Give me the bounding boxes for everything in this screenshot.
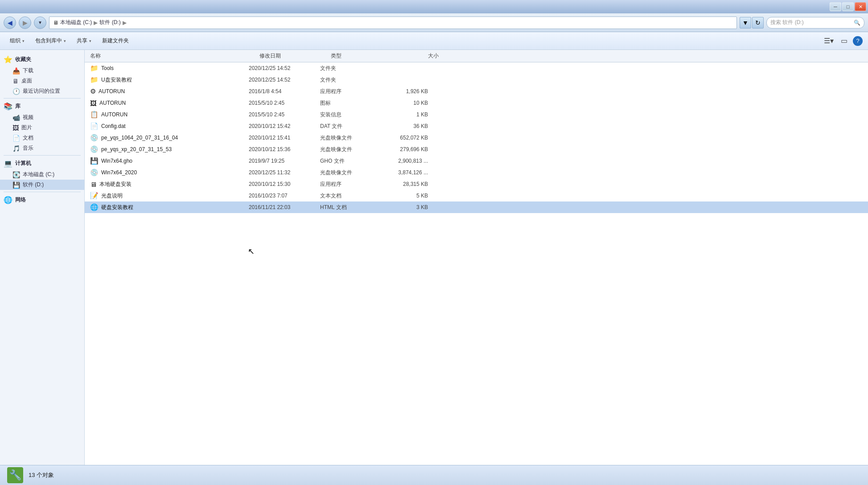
file-icon: 📁 <box>90 64 99 72</box>
back-button[interactable]: ◀ <box>4 16 16 29</box>
pictures-icon: 🖼 <box>12 124 19 132</box>
file-type: 文件夹 <box>318 65 376 72</box>
table-row[interactable]: 📋 AUTORUN 2015/5/10 2:45 安装信息 1 KB <box>85 109 868 120</box>
network-icon: 🌐 <box>4 196 12 204</box>
video-icon: 📹 <box>12 114 20 121</box>
new-folder-button[interactable]: 新建文件夹 <box>98 34 133 48</box>
file-size: 279,696 KB <box>376 146 430 152</box>
file-icon: 📋 <box>90 111 99 119</box>
table-row[interactable]: 🖥 本地硬盘安装 2020/10/12 15:30 应用程序 28,315 KB <box>85 178 868 190</box>
include-library-button[interactable]: 包含到库中 ▾ <box>31 34 70 48</box>
file-name-text: 光盘说明 <box>101 192 123 200</box>
minimize-button[interactable]: ─ <box>830 2 841 11</box>
table-row[interactable]: 📁 U盘安装教程 2020/12/25 14:52 文件夹 <box>85 74 868 86</box>
file-icon: 💿 <box>90 169 99 177</box>
c-drive-icon: 💽 <box>12 171 20 178</box>
favorites-header[interactable]: ⭐ 收藏夹 <box>0 53 84 66</box>
file-type: 安装信息 <box>318 111 376 119</box>
address-bar: ◀ ▶ ▼ 🖥 本地磁盘 (C:) ▶ 软件 (D:) ▶ ▼ ↻ 搜索 软件 … <box>0 13 868 32</box>
search-placeholder: 搜索 软件 (D:) <box>770 19 804 26</box>
file-icon: 💾 <box>90 157 99 165</box>
table-row[interactable]: ⚙ AUTORUN 2016/1/8 4:54 应用程序 1,926 KB <box>85 86 868 97</box>
column-name[interactable]: 名称 <box>88 52 258 60</box>
file-list: 📁 Tools 2020/12/25 14:52 文件夹 📁 U盘安装教程 20… <box>85 62 868 465</box>
table-row[interactable]: 📄 Config.dat 2020/10/12 15:42 DAT 文件 36 … <box>85 120 868 132</box>
file-date: 2015/5/10 2:45 <box>247 100 318 106</box>
libraries-section: 📚 库 📹 视频 🖼 图片 📄 文档 🎵 音乐 <box>0 100 84 153</box>
breadcrumb-computer[interactable]: 本地磁盘 (C:) <box>60 19 92 26</box>
sidebar-item-video[interactable]: 📹 视频 <box>0 112 84 123</box>
close-button[interactable]: ✕ <box>855 2 866 11</box>
file-date: 2020/10/12 15:41 <box>247 135 318 141</box>
file-icon: 📁 <box>90 76 99 84</box>
file-icon: 🖥 <box>90 181 97 188</box>
search-box[interactable]: 搜索 软件 (D:) 🔍 <box>766 17 864 29</box>
downloads-icon: 📥 <box>12 67 20 74</box>
sidebar-item-music[interactable]: 🎵 音乐 <box>0 143 84 153</box>
sidebar-item-downloads[interactable]: 📥 下载 <box>0 66 84 76</box>
file-name-text: pe_yqs_1064_20_07_31_16_04 <box>101 135 178 141</box>
dropdown-button[interactable]: ▼ <box>740 17 751 29</box>
computer-header[interactable]: 💻 计算机 <box>0 157 84 169</box>
share-button[interactable]: 共享 ▾ <box>72 34 96 48</box>
recent-icon: 🕐 <box>12 88 20 95</box>
c-drive-label: 本地磁盘 (C:) <box>23 171 54 178</box>
column-type[interactable]: 类型 <box>329 52 387 60</box>
file-date: 2020/12/25 14:52 <box>247 77 318 83</box>
libraries-header[interactable]: 📚 库 <box>0 100 84 112</box>
breadcrumb-current[interactable]: 软件 (D:) <box>99 19 120 26</box>
sidebar-item-c-drive[interactable]: 💽 本地磁盘 (C:) <box>0 169 84 180</box>
refresh-button[interactable]: ↻ <box>752 17 764 29</box>
preview-pane-button[interactable]: ▭ <box>838 35 850 47</box>
forward-button[interactable]: ▶ <box>19 16 31 29</box>
sidebar-item-recent[interactable]: 🕐 最近访问的位置 <box>0 86 84 96</box>
recent-button[interactable]: ▼ <box>34 16 46 29</box>
file-date: 2020/10/12 15:30 <box>247 181 318 187</box>
sidebar-item-pictures[interactable]: 🖼 图片 <box>0 123 84 133</box>
file-icon: 💿 <box>90 134 99 142</box>
computer-section-icon: 💻 <box>4 159 12 168</box>
status-bar: 🔧 13 个对象 <box>0 465 868 485</box>
file-type: 光盘映像文件 <box>318 146 376 153</box>
table-row[interactable]: 💾 Win7x64.gho 2019/9/7 19:25 GHO 文件 2,90… <box>85 155 868 167</box>
toolbar-right: ☰▾ ▭ ? <box>823 35 863 47</box>
include-label: 包含到库中 <box>35 37 62 45</box>
computer-icon: 🖥 <box>53 20 58 26</box>
sidebar-item-documents[interactable]: 📄 文档 <box>0 133 84 143</box>
network-header[interactable]: 🌐 网络 <box>0 194 84 206</box>
file-type: 应用程序 <box>318 181 376 188</box>
table-row[interactable]: 🌐 硬盘安装教程 2016/11/21 22:03 HTML 文档 3 KB <box>85 201 868 213</box>
organize-button[interactable]: 组织 ▾ <box>5 34 29 48</box>
file-size: 2,900,813 ... <box>376 158 430 164</box>
table-row[interactable]: 🖼 AUTORUN 2015/5/10 2:45 图标 10 KB <box>85 97 868 109</box>
file-date: 2020/10/12 15:36 <box>247 146 318 152</box>
view-options-button[interactable]: ☰▾ <box>823 35 835 47</box>
file-name-text: AUTORUN <box>99 100 126 106</box>
sidebar-item-desktop[interactable]: 🖥 桌面 <box>0 76 84 86</box>
breadcrumb[interactable]: 🖥 本地磁盘 (C:) ▶ 软件 (D:) ▶ <box>49 16 737 29</box>
table-row[interactable]: 📝 光盘说明 2016/10/23 7:07 文本文档 5 KB <box>85 190 868 201</box>
include-arrow: ▾ <box>64 39 66 43</box>
file-name-text: Win7x64_2020 <box>101 169 137 176</box>
libraries-icon: 📚 <box>4 102 12 111</box>
table-row[interactable]: 💿 pe_yqs_1064_20_07_31_16_04 2020/10/12 … <box>85 132 868 144</box>
file-date: 2016/11/21 22:03 <box>247 204 318 210</box>
file-date: 2020/10/12 15:42 <box>247 123 318 129</box>
table-row[interactable]: 💿 Win7x64_2020 2020/12/25 11:32 光盘映像文件 3… <box>85 167 868 178</box>
column-headers: 名称 修改日期 类型 大小 <box>85 50 868 62</box>
file-icon: 🌐 <box>90 203 99 211</box>
file-icon: 📝 <box>90 192 99 200</box>
table-row[interactable]: 💿 pe_yqs_xp_20_07_31_15_53 2020/10/12 15… <box>85 144 868 155</box>
table-row[interactable]: 📁 Tools 2020/12/25 14:52 文件夹 <box>85 62 868 74</box>
column-size[interactable]: 大小 <box>387 52 440 60</box>
maximize-button[interactable]: □ <box>842 2 854 11</box>
column-date[interactable]: 修改日期 <box>258 52 329 60</box>
sidebar-item-d-drive[interactable]: 💾 软件 (D:) <box>0 180 84 190</box>
file-date: 2020/12/25 14:52 <box>247 65 318 71</box>
search-icon[interactable]: 🔍 <box>854 20 860 26</box>
help-button[interactable]: ? <box>853 36 863 46</box>
share-arrow: ▾ <box>89 39 91 43</box>
favorites-label: 收藏夹 <box>15 56 31 63</box>
toolbar: 组织 ▾ 包含到库中 ▾ 共享 ▾ 新建文件夹 ☰▾ ▭ ? <box>0 32 868 50</box>
file-type: 文本文档 <box>318 192 376 200</box>
